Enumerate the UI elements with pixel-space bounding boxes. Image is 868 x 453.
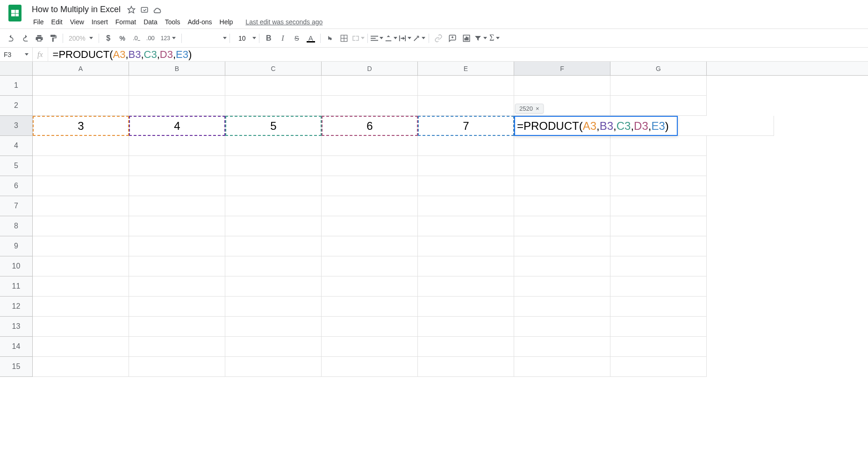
menu-help[interactable]: Help: [216, 16, 237, 28]
menu-format[interactable]: Format: [112, 16, 139, 28]
cell-D12[interactable]: [322, 297, 418, 317]
cell-F13[interactable]: [514, 317, 610, 337]
star-icon[interactable]: [127, 6, 136, 14]
cell-F4[interactable]: [514, 136, 610, 156]
cell-D10[interactable]: [322, 256, 418, 276]
cell-A2[interactable]: [33, 96, 129, 116]
row-header[interactable]: 9: [0, 236, 33, 256]
cell-E11[interactable]: [418, 276, 514, 297]
cell-E9[interactable]: [418, 236, 514, 256]
print-button[interactable]: [33, 32, 46, 45]
halign-button[interactable]: [371, 32, 384, 45]
menu-tools[interactable]: Tools: [162, 16, 184, 28]
cell-C2[interactable]: [225, 96, 322, 116]
cell-E2[interactable]: [418, 96, 514, 116]
col-header-c[interactable]: C: [225, 62, 322, 75]
cell-A11[interactable]: [33, 276, 129, 297]
cell-C8[interactable]: [225, 216, 322, 236]
cell-G3[interactable]: [678, 116, 774, 136]
cell-C10[interactable]: [225, 256, 322, 276]
cell-E4[interactable]: [418, 136, 514, 156]
cell-E14[interactable]: [418, 337, 514, 357]
cell-A6[interactable]: [33, 176, 129, 196]
wrap-button[interactable]: [399, 32, 412, 45]
cell-A3[interactable]: 3: [33, 116, 129, 136]
rotate-button[interactable]: [413, 32, 426, 45]
cell-G15[interactable]: [610, 357, 707, 377]
cell-F12[interactable]: [514, 297, 610, 317]
cell-E8[interactable]: [418, 216, 514, 236]
cell-E3[interactable]: 7: [418, 116, 514, 136]
cell-C7[interactable]: [225, 196, 322, 216]
cell-B6[interactable]: [129, 176, 225, 196]
functions-button[interactable]: Σ: [488, 32, 501, 45]
cell-G8[interactable]: [610, 216, 707, 236]
borders-button[interactable]: [337, 32, 351, 45]
font-dropdown[interactable]: [223, 37, 227, 39]
cell-F9[interactable]: [514, 236, 610, 256]
row-header[interactable]: 6: [0, 176, 33, 196]
decrease-decimal-button[interactable]: .0_: [130, 32, 143, 45]
cell-G9[interactable]: [610, 236, 707, 256]
cell-A12[interactable]: [33, 297, 129, 317]
col-header-a[interactable]: A: [33, 62, 129, 75]
move-icon[interactable]: [140, 6, 149, 14]
col-header-g[interactable]: G: [610, 62, 707, 75]
font-size-input[interactable]: [233, 35, 251, 42]
row-header[interactable]: 12: [0, 297, 33, 317]
cell-A8[interactable]: [33, 216, 129, 236]
cell-C5[interactable]: [225, 156, 322, 176]
row-header[interactable]: 8: [0, 216, 33, 236]
fill-color-button[interactable]: [323, 32, 337, 45]
cell-A7[interactable]: [33, 196, 129, 216]
app-logo[interactable]: [6, 4, 24, 22]
menu-edit[interactable]: Edit: [48, 16, 66, 28]
menu-file[interactable]: File: [30, 16, 47, 28]
cell-F11[interactable]: [514, 276, 610, 297]
row-header[interactable]: 4: [0, 136, 33, 156]
cell-D8[interactable]: [322, 216, 418, 236]
paint-format-button[interactable]: [47, 32, 60, 45]
cell-F1[interactable]: [514, 76, 610, 96]
percent-button[interactable]: %: [116, 32, 129, 45]
cell-B2[interactable]: [129, 96, 225, 116]
cell-A5[interactable]: [33, 156, 129, 176]
cell-E6[interactable]: [418, 176, 514, 196]
cloud-icon[interactable]: [153, 6, 163, 14]
filter-button[interactable]: [474, 32, 487, 45]
menu-insert[interactable]: Insert: [88, 16, 111, 28]
currency-button[interactable]: $: [102, 32, 115, 45]
cell-D1[interactable]: [322, 76, 418, 96]
cell-G13[interactable]: [610, 317, 707, 337]
close-hint-icon[interactable]: ×: [536, 105, 539, 112]
cell-B11[interactable]: [129, 276, 225, 297]
name-box[interactable]: F3: [0, 48, 33, 61]
link-button[interactable]: [432, 32, 445, 45]
cell-E1[interactable]: [418, 76, 514, 96]
zoom-dropdown[interactable]: 200%: [66, 35, 96, 42]
row-header[interactable]: 15: [0, 357, 33, 377]
cell-E12[interactable]: [418, 297, 514, 317]
undo-button[interactable]: [5, 32, 18, 45]
cell-E13[interactable]: [418, 317, 514, 337]
text-color-button[interactable]: A: [304, 32, 317, 45]
increase-decimal-button[interactable]: .00: [144, 32, 157, 45]
cell-E15[interactable]: [418, 357, 514, 377]
more-formats-dropdown[interactable]: 123: [158, 35, 179, 42]
cell-E7[interactable]: [418, 196, 514, 216]
cell-D3[interactable]: 6: [322, 116, 418, 136]
row-header[interactable]: 10: [0, 256, 33, 276]
cell-B12[interactable]: [129, 297, 225, 317]
chart-button[interactable]: [460, 32, 473, 45]
cell-D7[interactable]: [322, 196, 418, 216]
cell-A9[interactable]: [33, 236, 129, 256]
select-all-corner[interactable]: [0, 62, 33, 75]
cell-A4[interactable]: [33, 136, 129, 156]
cell-F7[interactable]: [514, 196, 610, 216]
col-header-d[interactable]: D: [322, 62, 418, 75]
last-edit-link[interactable]: Last edit was seconds ago: [245, 18, 323, 26]
cell-G5[interactable]: [610, 156, 707, 176]
cell-C1[interactable]: [225, 76, 322, 96]
cell-C4[interactable]: [225, 136, 322, 156]
menu-view[interactable]: View: [67, 16, 87, 28]
